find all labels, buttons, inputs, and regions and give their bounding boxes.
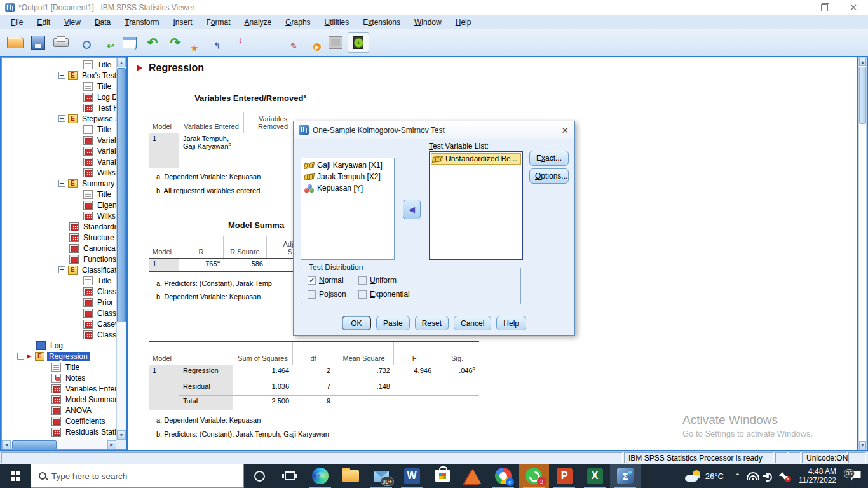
scroll-right-arrow-icon[interactable]: ▶ (107, 440, 116, 449)
outline-item[interactable]: Variab (2, 146, 116, 156)
outline-item[interactable]: Box's Test (2, 70, 116, 81)
outline-item[interactable]: Class (2, 329, 116, 340)
scroll-down-arrow-icon[interactable]: ▼ (117, 430, 126, 440)
taskbar-matlab[interactable] (458, 464, 488, 488)
menu-help[interactable]: Help (449, 17, 478, 28)
menu-edit[interactable]: Edit (30, 17, 57, 28)
restore-button[interactable] (810, 0, 839, 15)
outline-item[interactable]: Log (2, 340, 116, 351)
weather-widget[interactable]: 26°C (679, 470, 730, 482)
sync-status-button[interactable]: ✕ (776, 464, 791, 488)
outline-item[interactable]: Canonical (2, 243, 116, 254)
outline-item[interactable]: Title (2, 59, 116, 70)
checkbox-box-icon[interactable]: ✓ (308, 290, 316, 299)
print-preview-button[interactable] (73, 32, 95, 53)
task-view-button[interactable] (275, 464, 305, 488)
outline-item[interactable]: Title (2, 362, 116, 372)
scrollbar-thumb[interactable] (117, 68, 126, 322)
goto-variable-button[interactable]: ↰ (210, 32, 232, 53)
outline-item[interactable]: Regression (2, 351, 116, 362)
source-variable-list[interactable]: Gaji Karyawan [X1] Jarak Tempuh [X2] Kep… (301, 158, 395, 260)
start-button[interactable] (0, 464, 31, 488)
outline-item[interactable]: Title (2, 189, 116, 200)
scrollbar-thumb[interactable] (12, 440, 57, 449)
poisson-checkbox[interactable]: ✓ Poisson (308, 290, 346, 299)
edit-output-button[interactable]: ✎ (279, 32, 301, 53)
outline-item[interactable]: ANOVA (2, 405, 116, 416)
tree-expander-icon[interactable] (58, 266, 65, 273)
outline-item[interactable]: Model Summar (2, 394, 116, 405)
outline-item[interactable]: Title (2, 275, 116, 286)
undo-button[interactable] (142, 32, 163, 53)
outline-item[interactable]: Log D (2, 92, 116, 102)
menu-window[interactable]: Window (407, 17, 449, 28)
checkbox-box-icon[interactable]: ✓ (358, 290, 367, 299)
checkbox-box-icon[interactable]: ✓ (358, 276, 367, 285)
outline-item[interactable]: Functions (2, 254, 116, 264)
scroll-down-arrow-icon[interactable]: ▼ (859, 441, 866, 449)
taskbar-whatsapp[interactable]: 2 (519, 464, 549, 488)
outline-item[interactable]: Notes (2, 372, 116, 383)
taskbar-file-explorer[interactable] (336, 464, 366, 488)
options-button[interactable]: Options... (529, 168, 569, 184)
reset-button[interactable]: Reset (415, 316, 449, 330)
outline-item[interactable]: Variab (2, 135, 116, 146)
menu-transform[interactable]: Transform (118, 17, 166, 28)
save-button[interactable] (27, 32, 49, 53)
outline-item[interactable]: Test R (2, 102, 116, 113)
uniform-checkbox[interactable]: ✓ Uniform (358, 276, 397, 285)
variable-list-item[interactable]: Jarak Tempuh [X2] (301, 171, 394, 182)
menu-format[interactable]: Format (200, 17, 238, 28)
variable-list-item[interactable]: Unstandardized Re... (431, 153, 521, 165)
help-button[interactable]: Help (496, 316, 526, 330)
menu-extensions[interactable]: Extensions (356, 17, 407, 28)
outline-item[interactable]: Variab (2, 156, 116, 167)
goto-case-button[interactable]: ★ (187, 32, 209, 53)
network-button[interactable] (745, 464, 761, 488)
outline-item[interactable]: Residuals Stati (2, 426, 116, 437)
normal-checkbox[interactable]: ✓ Normal (308, 276, 344, 285)
test-variable-list[interactable]: Unstandardized Re... (429, 151, 523, 260)
dialog-close-icon[interactable]: ✕ (555, 122, 574, 139)
taskbar-mail[interactable]: 99+ (366, 464, 397, 488)
menu-graphs[interactable]: Graphs (278, 17, 317, 28)
exact-button[interactable]: Exact... (529, 151, 569, 166)
tree-expander-icon[interactable] (17, 353, 24, 360)
use-sets-button[interactable] (348, 32, 369, 53)
menu-view[interactable]: View (57, 17, 88, 28)
outline-item[interactable]: Prior P (2, 297, 116, 308)
content-vertical-scrollbar[interactable]: ▲ ▼ (858, 57, 867, 450)
outline-vertical-scrollbar[interactable]: ▲ ▼ (116, 58, 126, 440)
outline-item[interactable]: Stepwise S (2, 113, 116, 124)
outline-item[interactable]: Summary (2, 178, 116, 189)
run-script-button[interactable]: ▶ (302, 32, 323, 53)
taskbar-store[interactable] (427, 464, 458, 488)
outline-item[interactable]: Casew (2, 318, 116, 329)
tree-expander-icon[interactable] (58, 72, 65, 79)
tree-expander-icon[interactable] (58, 115, 65, 122)
menu-utilities[interactable]: Utilities (318, 17, 356, 28)
export-button[interactable] (96, 32, 118, 53)
ok-button[interactable]: OK (342, 316, 371, 330)
outline-item[interactable]: Class (2, 308, 116, 318)
variable-list-item[interactable]: Kepuasan [Y] (301, 182, 394, 194)
outline-item[interactable]: Title (2, 81, 116, 92)
outline-item[interactable]: Eigen (2, 200, 116, 210)
taskbar-word[interactable] (397, 464, 427, 488)
exponential-checkbox[interactable]: ✓ Exponential (358, 290, 410, 299)
print-button[interactable] (50, 32, 72, 53)
notification-center-button[interactable]: 35 (843, 471, 868, 481)
variable-list-item[interactable]: Gaji Karyawan [X1] (301, 159, 394, 171)
outline-item[interactable]: Coefficients (2, 416, 116, 426)
search-input[interactable] (51, 471, 217, 481)
volume-button[interactable] (761, 464, 776, 488)
minimize-button[interactable] (780, 0, 810, 15)
cancel-button[interactable]: Cancel (454, 316, 491, 330)
outline-item[interactable]: Standardiz (2, 221, 116, 232)
scroll-left-arrow-icon[interactable]: ◀ (2, 440, 11, 449)
menu-data[interactable]: Data (88, 17, 118, 28)
menu-analyze[interactable]: Analyze (238, 17, 279, 28)
variables-button[interactable] (256, 32, 278, 53)
taskbar-edge[interactable] (305, 464, 336, 488)
hide-output-button[interactable] (325, 32, 346, 53)
